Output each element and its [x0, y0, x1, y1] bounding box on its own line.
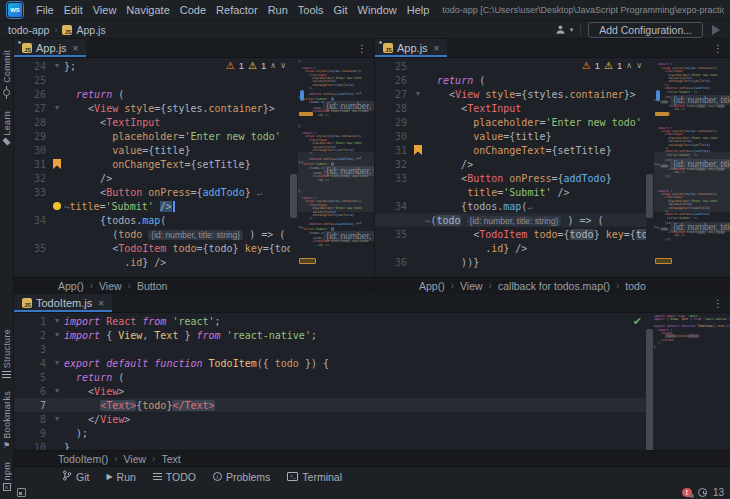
user-icon[interactable]	[555, 24, 566, 35]
gutter[interactable]: 10	[14, 440, 64, 450]
menu-item-navigate[interactable]: Navigate	[121, 4, 174, 16]
gutter[interactable]: 24▾	[14, 59, 64, 73]
scrollbar-track[interactable]	[646, 313, 654, 450]
code-line[interactable]: 29 placeholder='Enter new todo'	[14, 129, 290, 143]
gutter[interactable]	[14, 255, 64, 269]
code-line[interactable]: (todo {id: number, title: string} ) => (	[14, 227, 290, 241]
gutter[interactable]	[375, 213, 425, 227]
gutter[interactable]: 5	[14, 370, 64, 384]
code-line[interactable]: 34 {todos.map(↵	[375, 199, 646, 213]
gutter[interactable]: 7	[14, 398, 64, 412]
breadcrumb-app-[interactable]: App()	[58, 280, 84, 292]
code-line[interactable]: 9 );	[14, 426, 646, 440]
menu-item-file[interactable]: File	[31, 4, 59, 16]
code-line[interactable]: 28 <TextInput	[14, 115, 290, 129]
code-line[interactable]: 34 {todos.map(	[14, 213, 290, 227]
breadcrumb-view[interactable]: View	[124, 453, 147, 465]
menu-item-git[interactable]: Git	[329, 4, 353, 16]
fold-icon[interactable]: ▾	[55, 104, 59, 112]
inspections-widget[interactable]: ✔	[633, 315, 642, 328]
minimap[interactable]: import React from 'react';import { View,…	[654, 315, 730, 450]
code-line[interactable]: 35 <TodoItem todo={todo} key={todo	[14, 241, 290, 255]
inspections-widget[interactable]: ⚠1⚠1∧∨	[226, 60, 286, 71]
close-icon[interactable]: ×	[73, 43, 79, 54]
webstorm-logo-icon[interactable]: WS	[8, 3, 22, 17]
gutter[interactable]: 8▾	[14, 412, 64, 426]
stripe-item-structure[interactable]: Structure	[2, 329, 12, 379]
gutter[interactable]	[14, 227, 64, 241]
gutter[interactable]: 35	[14, 241, 64, 255]
gutter[interactable]: 34	[14, 213, 64, 227]
gutter[interactable]: 28	[14, 115, 64, 129]
minimap-viewport[interactable]	[654, 152, 730, 212]
code-line[interactable]: 1▾import React from 'react';	[14, 314, 646, 328]
code-line[interactable]: 35 <TodoItem todo={todo} key={todo	[375, 227, 646, 241]
breadcrumb-todoitem-[interactable]: TodoItem()	[58, 453, 108, 465]
gutter[interactable]: 2▾	[14, 328, 64, 342]
close-icon[interactable]: ×	[98, 298, 104, 309]
code-line[interactable]: 6▾ <View>	[14, 384, 646, 398]
gutter[interactable]: 33	[14, 185, 64, 199]
code-line[interactable]: 25	[14, 73, 290, 87]
fold-icon[interactable]: ▾	[55, 415, 59, 423]
stripe-item-npm[interactable]: npmn	[2, 462, 12, 491]
gutter[interactable]: 34	[375, 199, 425, 213]
breadcrumb-button[interactable]: Button	[137, 280, 167, 292]
code-line[interactable]: 5 return (	[14, 370, 646, 384]
gutter[interactable]	[14, 199, 64, 213]
editor-options-kebab-icon[interactable]: ⋮	[706, 294, 730, 312]
prev-problem-icon[interactable]: ∧	[626, 61, 632, 70]
tab-app-js[interactable]: JS*App.js×	[375, 39, 447, 57]
next-problem-icon[interactable]: ∨	[636, 61, 642, 70]
gutter[interactable]: 31	[14, 157, 64, 171]
gutter[interactable]: 9	[14, 426, 64, 440]
menu-item-view[interactable]: View	[88, 4, 122, 16]
tool-window-switcher-icon[interactable]	[17, 488, 26, 497]
bookmark-icon[interactable]	[53, 159, 61, 169]
stripe-item-learn[interactable]: Learn	[2, 111, 12, 146]
breadcrumb-app-[interactable]: App()	[419, 280, 445, 292]
fold-icon[interactable]: ▾	[55, 387, 59, 395]
code-line[interactable]: 30 value={title}	[375, 129, 646, 143]
gutter[interactable]: 32	[375, 157, 425, 171]
gutter[interactable]: 30	[14, 143, 64, 157]
menu-item-tools[interactable]: Tools	[293, 4, 329, 16]
gutter[interactable]: 30	[375, 129, 425, 143]
minimap[interactable]: }; return ( <View style={styles.containe…	[298, 60, 374, 277]
gutter[interactable]: 35	[375, 227, 425, 241]
gutter[interactable]: 33	[375, 171, 425, 185]
gutter[interactable]: 32	[14, 171, 64, 185]
scrollbar-thumb[interactable]	[290, 174, 297, 218]
toolbar-item-todo[interactable]: TODO	[153, 471, 196, 483]
scrollbar-thumb[interactable]	[646, 174, 653, 218]
editor-options-kebab-icon[interactable]: ⋮	[350, 39, 374, 57]
close-icon[interactable]: ×	[434, 43, 440, 54]
code-area[interactable]: 24▾};2526 return (27▾ <View style={style…	[14, 59, 290, 277]
gutter[interactable]: 27▾	[14, 101, 64, 115]
breadcrumb-view[interactable]: View	[460, 280, 483, 292]
breadcrumb-file[interactable]: App.js	[76, 24, 105, 36]
toolbar-item-terminal[interactable]: >_Terminal	[287, 471, 342, 483]
toolbar-item-git[interactable]: Git	[62, 470, 89, 483]
gutter[interactable]: 26	[375, 73, 425, 87]
event-log-clock-icon[interactable]	[698, 488, 707, 497]
menu-item-code[interactable]: Code	[175, 4, 211, 16]
code-line[interactable]: .id} />	[375, 241, 646, 255]
chevron-down-icon[interactable]: ▾	[570, 26, 574, 34]
prev-problem-icon[interactable]: ∧	[270, 61, 276, 70]
gutter[interactable]	[375, 185, 425, 199]
gutter[interactable]: 3	[14, 342, 64, 356]
gutter[interactable]: 6▾	[14, 384, 64, 398]
code-line[interactable]: 33 <Button onPress={addTodo}	[375, 171, 646, 185]
gutter[interactable]: 28	[375, 101, 425, 115]
code-line[interactable]: 28 <TextInput	[375, 101, 646, 115]
gutter[interactable]: 26	[14, 87, 64, 101]
breadcrumb-project[interactable]: todo-app	[8, 24, 49, 36]
stripe-item-commit[interactable]: Commit	[2, 50, 12, 99]
code-area[interactable]: 2526 return (27▾ <View style={styles.con…	[375, 59, 646, 277]
gutter[interactable]: 27▾	[375, 87, 425, 101]
fold-icon[interactable]: ▾	[416, 90, 420, 98]
toolbar-item-run[interactable]: ▶Run	[106, 471, 135, 483]
gutter[interactable]: 25	[14, 73, 64, 87]
gutter[interactable]: 25	[375, 59, 425, 73]
